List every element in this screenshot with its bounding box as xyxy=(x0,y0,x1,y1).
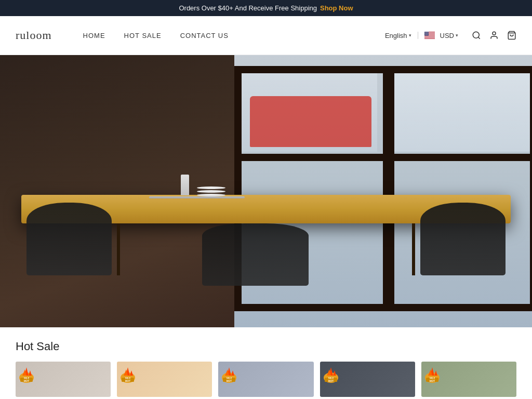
svg-text:SALE: SALE xyxy=(125,377,131,379)
product-card-5[interactable]: HOT SALE xyxy=(421,362,516,397)
hero-window-divider xyxy=(383,73,394,304)
header-right: English ▾ xyxy=(385,31,516,40)
site-header: ruloom HOME HOT SALE CONTACT US English … xyxy=(0,16,532,55)
hero-tray xyxy=(149,196,245,198)
hero-window-divider-h xyxy=(242,154,530,161)
hero-pane-tr xyxy=(394,73,530,152)
hero-plate-2 xyxy=(197,190,225,193)
announcement-text: Orders Over $40+ And Receive Free Shippi… xyxy=(179,4,317,12)
hero-section xyxy=(0,55,532,327)
svg-rect-4 xyxy=(424,36,435,36)
account-button[interactable] xyxy=(489,31,499,40)
svg-text:SALE: SALE xyxy=(24,377,30,379)
svg-point-22 xyxy=(473,32,479,38)
hero-table-leg-right xyxy=(412,223,415,275)
svg-point-13 xyxy=(426,33,427,33)
svg-rect-6 xyxy=(424,38,435,38)
hero-utensil-holder xyxy=(181,175,189,195)
hot-sale-badge-4: HOT SALE xyxy=(322,363,342,384)
svg-point-17 xyxy=(427,34,427,34)
main-nav: HOME HOT SALE CONTACT US xyxy=(83,32,385,39)
svg-point-8 xyxy=(424,32,425,33)
language-selector[interactable]: English ▾ xyxy=(385,32,411,39)
svg-point-21 xyxy=(427,34,428,35)
svg-text:HOT: HOT xyxy=(125,379,131,382)
svg-point-14 xyxy=(427,33,428,33)
svg-text:HOT: HOT xyxy=(430,379,435,382)
lang-currency-divider xyxy=(418,32,418,39)
currency-chevron: ▾ xyxy=(456,33,458,38)
svg-line-23 xyxy=(478,37,480,38)
product-card-2[interactable]: HOT SALE xyxy=(117,362,212,397)
svg-point-12 xyxy=(425,33,425,33)
svg-text:SALE: SALE xyxy=(227,377,232,379)
hero-chair-right xyxy=(420,203,506,275)
svg-point-9 xyxy=(425,32,426,33)
product-card-4[interactable]: HOT SALE xyxy=(320,362,415,397)
language-chevron: ▾ xyxy=(409,33,411,38)
svg-point-19 xyxy=(425,34,425,35)
nav-home[interactable]: HOME xyxy=(83,32,105,39)
hot-sale-badge-3: HOT SALE xyxy=(220,363,241,384)
header-icons xyxy=(472,31,516,40)
hot-sale-title: Hot Sale xyxy=(16,340,516,353)
hot-sale-section: Hot Sale HOT SALE xyxy=(0,327,532,399)
svg-point-20 xyxy=(426,34,427,35)
svg-point-10 xyxy=(427,32,427,33)
cart-icon xyxy=(507,31,516,40)
svg-text:SALE: SALE xyxy=(328,377,334,379)
svg-text:HOT: HOT xyxy=(328,379,334,382)
lang-currency-group: English ▾ xyxy=(385,32,458,39)
hero-image xyxy=(0,55,532,327)
announcement-bar: Orders Over $40+ And Receive Free Shippi… xyxy=(0,0,532,16)
language-label: English xyxy=(385,32,407,39)
svg-text:HOT: HOT xyxy=(24,379,30,382)
hero-table-leg-left xyxy=(117,223,120,275)
site-logo[interactable]: ruloom xyxy=(16,29,52,42)
hero-car xyxy=(250,96,371,147)
svg-text:HOT: HOT xyxy=(227,379,232,382)
product-grid: HOT SALE HOT SALE xyxy=(16,362,516,397)
svg-point-15 xyxy=(424,34,425,34)
hero-chair-left xyxy=(26,203,112,275)
svg-rect-5 xyxy=(424,37,435,37)
account-icon xyxy=(489,31,499,40)
svg-point-11 xyxy=(428,32,428,33)
shop-now-link[interactable]: Shop Now xyxy=(320,4,353,12)
hero-plate-1 xyxy=(197,187,225,189)
hot-sale-badge-1: HOT SALE xyxy=(17,363,38,384)
nav-contact[interactable]: CONTACT US xyxy=(180,32,229,39)
nav-hot-sale[interactable]: HOT SALE xyxy=(124,32,162,39)
search-icon xyxy=(472,31,481,40)
currency-selector[interactable]: USD ▾ xyxy=(440,32,458,39)
hot-sale-badge-2: HOT SALE xyxy=(118,363,139,384)
product-card-1[interactable]: HOT SALE xyxy=(16,362,111,397)
search-button[interactable] xyxy=(472,31,481,40)
svg-point-24 xyxy=(493,32,496,35)
svg-text:SALE: SALE xyxy=(429,377,435,379)
svg-point-16 xyxy=(425,34,426,34)
svg-point-18 xyxy=(428,34,428,34)
product-card-3[interactable]: HOT SALE xyxy=(218,362,313,397)
hero-chair-center xyxy=(202,223,309,286)
hot-sale-badge-5: HOT SALE xyxy=(423,363,444,384)
hero-plates xyxy=(197,187,225,196)
cart-button[interactable] xyxy=(507,31,516,40)
us-flag-icon xyxy=(424,32,435,39)
currency-label: USD xyxy=(440,32,454,39)
